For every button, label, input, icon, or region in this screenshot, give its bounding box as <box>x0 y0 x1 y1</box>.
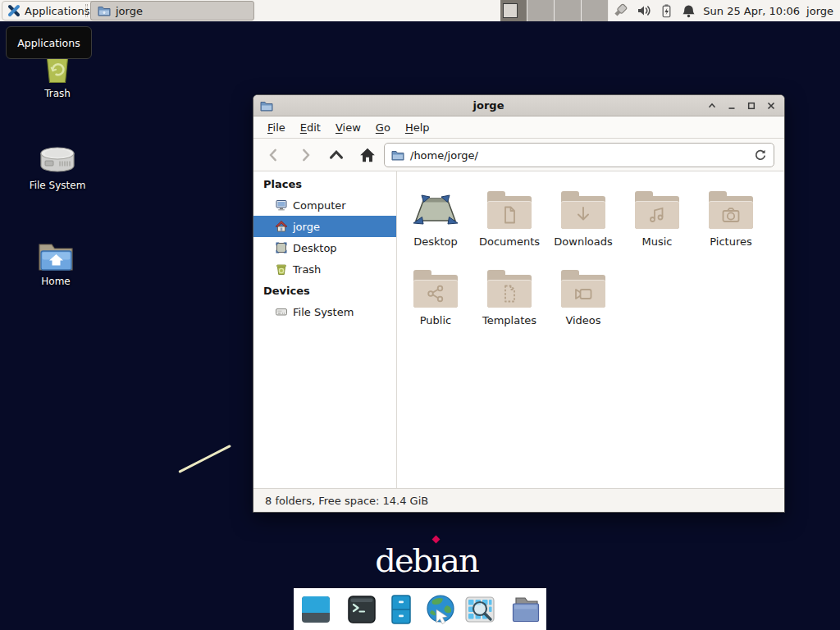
app-finder-icon[interactable] <box>463 593 496 626</box>
debian-logo: debıan <box>353 541 500 579</box>
desktop-icon-label: Home <box>19 276 93 287</box>
statusbar-text: 8 folders, Free space: 14.4 GiB <box>265 495 428 507</box>
volume-icon[interactable] <box>636 2 652 19</box>
desktop-preferences-icon[interactable] <box>299 593 332 626</box>
sidebar-item-file-system[interactable]: File System <box>253 301 396 322</box>
file-label: Desktop <box>413 235 458 248</box>
folder-icon <box>561 275 605 308</box>
desktop-icon-label: File System <box>21 180 94 191</box>
taskbar-window-label: jorge <box>116 5 143 17</box>
forward-button[interactable] <box>295 145 315 165</box>
file-label: Public <box>420 314 451 326</box>
file-item-templates[interactable]: Templates <box>472 260 546 339</box>
sidebar-places-header: Places <box>253 173 396 194</box>
file-label: Documents <box>479 235 540 248</box>
home-button[interactable] <box>358 145 377 165</box>
folder-icon <box>635 196 679 229</box>
bottom-dock <box>294 588 546 630</box>
sidebar-item-computer[interactable]: Computer <box>253 194 396 216</box>
file-label: Pictures <box>710 235 751 248</box>
up-button[interactable] <box>326 145 346 165</box>
folder-icon <box>98 4 111 17</box>
sidebar-item-label: File System <box>293 306 354 318</box>
applications-menu-button[interactable]: Applications <box>2 1 98 21</box>
home-folder-icon <box>19 240 93 272</box>
taskbar-window-button[interactable]: jorge <box>90 1 254 21</box>
titlebar[interactable]: jorge <box>253 95 784 116</box>
folder-icon <box>487 275 532 308</box>
folder-icon <box>709 196 753 229</box>
logo-text: an <box>441 541 478 579</box>
menu-go[interactable]: Go <box>368 118 398 137</box>
file-item-downloads[interactable]: Downloads <box>546 181 620 260</box>
drive-icon <box>21 144 94 176</box>
trash-icon <box>275 262 288 276</box>
workspace-window-thumb <box>503 3 518 18</box>
workspace-1[interactable] <box>500 0 527 21</box>
toolbar: /home/jorge/ <box>253 139 784 171</box>
file-item-documents[interactable]: Documents <box>472 181 546 260</box>
location-bar[interactable]: /home/jorge/ <box>384 143 774 167</box>
folder-icon <box>413 275 458 308</box>
computer-icon <box>275 199 288 212</box>
reload-icon[interactable] <box>754 148 767 162</box>
file-item-pictures[interactable]: Pictures <box>694 181 768 260</box>
folder-icon <box>487 196 532 229</box>
desktop-icon <box>275 241 288 254</box>
panel-clock[interactable]: Sun 25 Apr, 10:06 <box>703 5 800 17</box>
file-item-videos[interactable]: Videos <box>546 260 620 339</box>
menu-file[interactable]: File <box>260 118 293 137</box>
files-grid: Desktop Documents <box>399 181 773 339</box>
file-label: Music <box>642 235 673 248</box>
back-button[interactable] <box>264 145 284 165</box>
path-text[interactable]: /home/jorge/ <box>410 149 748 162</box>
directory-menu-folder-icon[interactable] <box>509 593 542 626</box>
sidebar-item-trash[interactable]: Trash <box>253 258 396 280</box>
workspace-3[interactable] <box>555 0 582 21</box>
statusbar: 8 folders, Free space: 14.4 GiB <box>253 488 784 512</box>
menu-help[interactable]: Help <box>398 118 437 137</box>
file-label: Downloads <box>554 235 612 248</box>
window-folder-icon <box>260 99 273 112</box>
sidebar: Places Computer <box>253 171 397 488</box>
panel-username[interactable]: jorge <box>806 5 833 17</box>
applications-tooltip: Applications <box>6 26 92 59</box>
file-view[interactable]: Desktop Documents <box>397 171 784 488</box>
applications-menu-label: Applications <box>25 5 89 17</box>
minimize-button[interactable] <box>724 98 740 114</box>
sidebar-item-desktop[interactable]: Desktop <box>253 237 396 258</box>
file-item-music[interactable]: Music <box>620 181 694 260</box>
window-content: Places Computer <box>253 171 784 488</box>
file-item-desktop[interactable]: Desktop <box>399 181 472 260</box>
file-cabinet-icon[interactable] <box>385 593 418 626</box>
home-icon <box>275 220 288 233</box>
shade-button[interactable] <box>704 98 720 114</box>
file-label: Videos <box>565 314 600 326</box>
file-label: Templates <box>482 314 536 326</box>
workspace-4[interactable] <box>582 0 609 21</box>
notifications-bell-icon[interactable] <box>681 3 696 19</box>
xfce-logo-icon <box>7 4 21 17</box>
maximize-button[interactable] <box>743 98 760 114</box>
file-manager-window: jorge File Edit View Go Help <box>253 94 785 513</box>
workspace-pager[interactable] <box>500 0 609 21</box>
sidebar-item-label: Desktop <box>293 242 337 254</box>
menu-edit[interactable]: Edit <box>293 118 328 137</box>
sidebar-item-label: Trash <box>293 263 321 276</box>
battery-icon[interactable] <box>659 3 674 19</box>
close-button[interactable] <box>763 98 779 114</box>
sidebar-item-jorge[interactable]: jorge <box>253 216 396 237</box>
sidebar-item-label: jorge <box>293 221 320 233</box>
tooltip-text: Applications <box>17 37 80 49</box>
terminal-icon[interactable] <box>345 593 378 626</box>
desktop-icon-home[interactable]: Home <box>19 240 93 287</box>
sidebar-devices-header: Devices <box>253 280 396 301</box>
menubar: File Edit View Go Help <box>253 116 784 139</box>
web-browser-globe-icon[interactable] <box>424 593 457 626</box>
menu-view[interactable]: View <box>328 118 368 137</box>
workspace-2[interactable] <box>527 0 555 21</box>
desktop-icon-file-system[interactable]: File System <box>21 144 94 191</box>
file-item-public[interactable]: Public <box>399 260 472 339</box>
removable-media-icon[interactable] <box>611 2 629 20</box>
panel-separator-handle[interactable] <box>85 4 88 17</box>
